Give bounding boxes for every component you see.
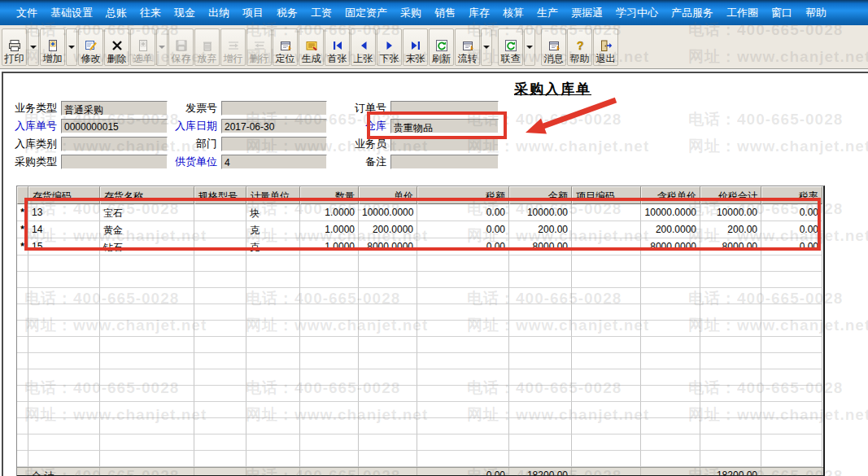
toolbar-button-refresh[interactable]: 刷新 xyxy=(429,28,454,66)
toolbar-button-flow[interactable]: 流转 xyxy=(455,28,480,66)
menu-item[interactable]: 工资 xyxy=(304,6,338,20)
toolbar-button-exit[interactable]: 退出 xyxy=(593,28,618,66)
toolbar-button-printer[interactable]: 打印 xyxy=(2,28,27,66)
toolbar-dropdown-printer[interactable] xyxy=(28,28,39,66)
toolbar-button-next-page[interactable]: 下张 xyxy=(377,28,402,66)
menu-item[interactable]: 往来 xyxy=(133,6,168,20)
table-cell[interactable]: 0.00 xyxy=(417,221,509,238)
toolbar-button-message[interactable]: 消息 xyxy=(541,28,566,66)
row-indicator-cell[interactable]: * xyxy=(17,221,28,238)
field-input[interactable]: 2017-06-30 xyxy=(221,119,327,133)
table-cell[interactable]: 10000.00 xyxy=(700,204,761,221)
table-cell[interactable] xyxy=(572,204,641,221)
menu-item[interactable]: 固定资产 xyxy=(338,6,394,20)
table-cell[interactable]: 10000.00 xyxy=(509,204,572,221)
menu-item[interactable]: 项目 xyxy=(236,6,270,20)
toolbar-button-generate[interactable]: 生成 xyxy=(299,28,324,66)
field-input[interactable]: 贵重物品 xyxy=(390,119,499,133)
menu-item[interactable]: 窗口 xyxy=(765,6,799,20)
row-indicator-cell[interactable]: * xyxy=(17,238,28,255)
menu-item[interactable]: 现金 xyxy=(168,6,202,20)
field-input[interactable]: 0000000015 xyxy=(61,119,168,133)
toolbar-button-help[interactable]: ?帮助 xyxy=(567,28,592,66)
table-cell[interactable]: 0.00 xyxy=(761,238,822,255)
menu-item[interactable]: 生产 xyxy=(530,6,565,20)
menu-item[interactable]: 文件 xyxy=(10,6,44,20)
table-cell[interactable]: 0.00 xyxy=(761,204,822,221)
menu-item[interactable]: 销售 xyxy=(428,6,462,20)
toolbar-button-save-floppy[interactable]: 保存 xyxy=(168,28,194,66)
field-input[interactable] xyxy=(390,155,499,169)
table-cell[interactable]: 0.00 xyxy=(417,238,509,255)
toolbar-button-locate[interactable]: 定位 xyxy=(273,28,298,66)
table-cell[interactable]: 8000.00 xyxy=(700,238,761,255)
field-input[interactable]: 4 xyxy=(221,155,327,169)
table-cell[interactable]: 200.00 xyxy=(700,221,761,238)
table-cell[interactable]: 钻石 xyxy=(100,238,194,255)
table-cell[interactable]: 宝石 xyxy=(100,204,194,221)
toolbar-dropdown-select-doc[interactable] xyxy=(156,28,168,66)
toolbar-button-insert-row[interactable]: 增行 xyxy=(220,28,246,66)
table-cell[interactable]: 克 xyxy=(246,221,300,238)
table-cell[interactable]: 10000.0000 xyxy=(359,204,417,221)
field-input[interactable] xyxy=(390,101,499,116)
field-input[interactable] xyxy=(221,101,327,116)
table-cell[interactable]: 克 xyxy=(246,238,300,255)
field-input[interactable] xyxy=(61,155,168,169)
table-cell[interactable] xyxy=(194,221,246,238)
table-cell[interactable]: 0.00 xyxy=(761,221,822,238)
field-input[interactable]: 普通采购 xyxy=(61,101,168,116)
table-cell[interactable] xyxy=(572,221,641,238)
menu-item[interactable]: 库存 xyxy=(462,6,496,20)
table-cell[interactable]: 黄金 xyxy=(100,221,194,238)
toolbar-button-prev-page[interactable]: 上张 xyxy=(351,28,376,66)
table-cell xyxy=(761,468,822,476)
table-cell[interactable]: 1.0000 xyxy=(300,221,359,238)
toolbar-button-select-doc[interactable]: 选单 xyxy=(130,28,155,66)
menu-item[interactable]: 税务 xyxy=(270,6,304,20)
toolbar-button-last-page[interactable]: 末张 xyxy=(403,28,428,66)
field-input[interactable] xyxy=(390,137,499,151)
toolbar-button-edit[interactable]: 修改 xyxy=(78,28,103,66)
toolbar-dropdown-add-doc[interactable] xyxy=(66,28,77,66)
toolbar-button-discard-trash[interactable]: 放弃 xyxy=(194,28,220,66)
menu-item[interactable]: 出纳 xyxy=(202,6,236,20)
table-cell[interactable]: 10000.0000 xyxy=(641,204,700,221)
toolbar-button-linked-query[interactable]: 联查 xyxy=(498,28,523,66)
toolbar-button-add-doc[interactable]: 增加 xyxy=(40,28,65,66)
field-input[interactable] xyxy=(61,137,168,151)
field-input[interactable] xyxy=(221,137,327,151)
table-cell[interactable]: 8000.0000 xyxy=(641,238,700,255)
menu-item[interactable]: 帮助 xyxy=(799,6,833,20)
table-cell[interactable] xyxy=(572,238,641,255)
row-indicator-cell[interactable]: * xyxy=(17,204,28,221)
menu-item[interactable]: 基础设置 xyxy=(44,6,99,20)
table-cell[interactable] xyxy=(194,238,246,255)
table-cell[interactable]: 15 xyxy=(28,238,100,255)
table-cell[interactable] xyxy=(194,204,246,221)
table-cell[interactable]: 13 xyxy=(28,204,100,221)
table-cell[interactable]: 14 xyxy=(28,221,100,238)
table-cell[interactable]: 块 xyxy=(246,204,300,221)
table-cell[interactable]: 1.0000 xyxy=(300,238,359,255)
table-cell xyxy=(359,337,417,353)
menu-item[interactable]: 产品服务 xyxy=(665,6,720,20)
toolbar-button-delete-row[interactable]: 删行 xyxy=(246,28,272,66)
table-cell[interactable]: 8000.00 xyxy=(509,238,572,255)
menu-item[interactable]: 票据通 xyxy=(565,6,609,20)
toolbar-dropdown-linked-query[interactable] xyxy=(524,28,535,66)
table-cell[interactable]: 200.0000 xyxy=(359,221,417,238)
menu-item[interactable]: 总账 xyxy=(99,6,133,20)
toolbar-dropdown-flow[interactable] xyxy=(481,28,492,66)
toolbar-button-delete-x[interactable]: 删除 xyxy=(104,28,129,66)
menu-item[interactable]: 工作圈 xyxy=(720,6,765,20)
menu-item[interactable]: 学习中心 xyxy=(609,6,665,20)
menu-item[interactable]: 核算 xyxy=(496,6,530,20)
menu-item[interactable]: 采购 xyxy=(394,6,428,20)
table-cell[interactable]: 200.0000 xyxy=(641,221,700,238)
table-cell[interactable]: 8000.0000 xyxy=(359,238,417,255)
table-cell[interactable]: 200.00 xyxy=(509,221,572,238)
toolbar-button-first-page[interactable]: 首张 xyxy=(325,28,350,66)
table-cell[interactable]: 1.0000 xyxy=(300,204,359,221)
table-cell[interactable]: 0.00 xyxy=(417,204,509,221)
